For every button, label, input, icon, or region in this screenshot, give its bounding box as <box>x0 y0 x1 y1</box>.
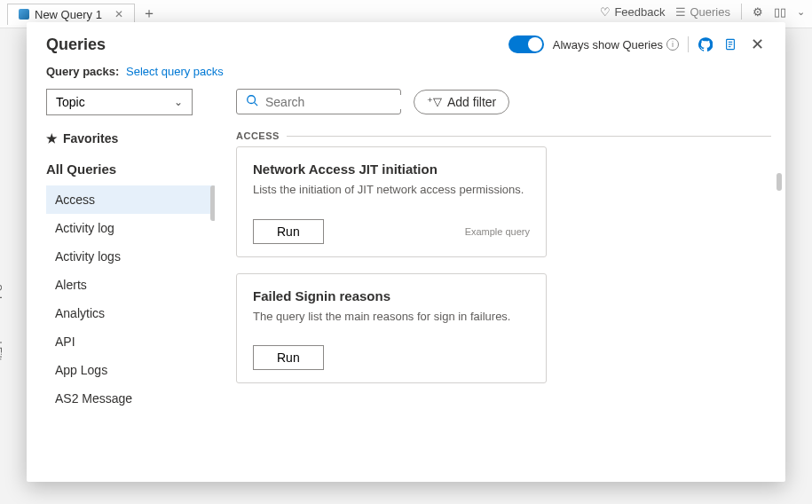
svg-line-5 <box>255 103 258 106</box>
chevron-down-icon: ⌄ <box>174 96 183 108</box>
category-list: AccessActivity logActivity logsAlertsAna… <box>46 185 215 482</box>
query-card: Failed Signin reasons The query list the… <box>236 273 547 384</box>
run-button[interactable]: Run <box>253 345 324 370</box>
separator <box>688 36 689 52</box>
always-show-toggle[interactable] <box>508 35 544 53</box>
category-item[interactable]: Activity logs <box>46 242 215 271</box>
queries-modal: Queries Always show Queries i ✕ Query pa… <box>27 22 785 482</box>
query-card: Network Access JIT initiation Lists the … <box>236 146 547 257</box>
add-filter-button[interactable]: ⁺▽ Add filter <box>414 90 509 114</box>
heart-icon: ♡ <box>600 5 611 19</box>
settings-icon[interactable]: ⚙ <box>753 5 763 19</box>
category-item[interactable]: API <box>46 327 215 356</box>
modal-scrollbar[interactable] <box>777 173 784 457</box>
star-icon: ★ <box>46 131 58 146</box>
category-item[interactable]: Analytics <box>46 299 215 327</box>
search-input[interactable] <box>265 95 421 109</box>
close-modal-button[interactable]: ✕ <box>747 35 768 54</box>
example-query-label: Example query <box>465 226 530 237</box>
chevron-down-icon[interactable]: ⌄ <box>797 6 805 18</box>
category-item[interactable]: AS2 Message <box>46 384 215 413</box>
list-icon: ☰ <box>675 5 686 19</box>
info-icon[interactable]: i <box>666 38 679 51</box>
close-tab-icon[interactable]: ✕ <box>114 8 123 20</box>
queries-link[interactable]: ☰ Queries <box>675 5 730 19</box>
side-panel-label[interactable]: Schema and Filter <box>0 284 4 370</box>
section-header: ACCESS <box>236 130 280 141</box>
section-divider <box>287 136 771 137</box>
category-item[interactable]: Activity log <box>46 214 215 242</box>
query-cards: Network Access JIT initiation Lists the … <box>236 146 771 482</box>
card-title: Network Access JIT initiation <box>253 161 530 177</box>
query-cube-icon <box>19 9 29 20</box>
toggle-label: Always show Queries <box>553 38 663 51</box>
search-icon <box>246 94 258 109</box>
separator <box>741 4 742 20</box>
favorites-section[interactable]: ★ Favorites <box>46 131 215 146</box>
card-description: The query list the main reasons for sign… <box>253 309 530 325</box>
svg-point-4 <box>248 96 256 104</box>
card-title: Failed Signin reasons <box>253 288 530 303</box>
card-description: Lists the initiation of JIT network acce… <box>253 182 530 198</box>
topic-dropdown-label: Topic <box>56 95 85 109</box>
query-tab[interactable]: New Query 1 ✕ <box>7 4 135 25</box>
book-icon[interactable]: ▯▯ <box>774 5 786 19</box>
category-item[interactable]: App Logs <box>46 356 215 384</box>
select-query-packs-link[interactable]: Select query packs <box>126 65 224 78</box>
category-item[interactable]: Access <box>46 185 215 214</box>
github-icon[interactable] <box>698 36 713 52</box>
modal-title: Queries <box>46 35 106 54</box>
category-item[interactable]: Alerts <box>46 271 215 299</box>
favorites-label: Favorites <box>63 131 118 146</box>
topic-dropdown[interactable]: Topic ⌄ <box>46 89 193 115</box>
add-tab-button[interactable]: ＋ <box>142 4 156 23</box>
feedback-link[interactable]: ♡ Feedback <box>600 5 665 19</box>
search-box[interactable] <box>236 89 401 114</box>
tab-label: New Query 1 <box>35 8 102 21</box>
all-queries-header: All Queries <box>46 161 215 177</box>
query-packs-label: Query packs: <box>46 65 119 78</box>
add-filter-label: Add filter <box>447 95 496 109</box>
category-scrollbar[interactable] <box>209 185 215 345</box>
filter-icon: ⁺▽ <box>427 95 442 108</box>
document-icon[interactable] <box>722 36 738 52</box>
run-button[interactable]: Run <box>253 219 324 244</box>
